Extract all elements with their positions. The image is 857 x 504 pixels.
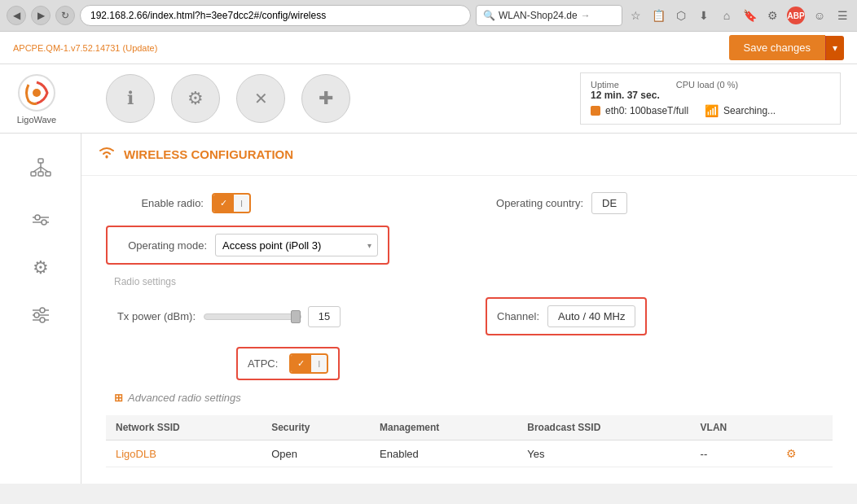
- adblock-icon[interactable]: ABP: [787, 7, 805, 24]
- svg-rect-5: [46, 172, 51, 176]
- status-top-row: Uptime 12 min. 37 sec. CPU load (0 %): [591, 80, 830, 101]
- operating-mode-select-wrapper: Access point (iPoll 3) ▾: [215, 234, 378, 256]
- row-settings-icon[interactable]: ⚙: [786, 447, 797, 460]
- reading-list-icon[interactable]: 📋: [650, 7, 666, 24]
- settings-icon[interactable]: ⚙: [764, 7, 780, 24]
- pocket-icon[interactable]: ⬡: [673, 7, 689, 24]
- svg-rect-3: [31, 172, 36, 176]
- atpc-toggle[interactable]: ✓ I: [289, 353, 328, 374]
- profile-icon[interactable]: ☺: [811, 7, 828, 24]
- search-arrow: →: [581, 10, 591, 21]
- forward-button[interactable]: ▶: [31, 6, 51, 25]
- slider-track: [204, 313, 301, 320]
- logo-area: LigoWave: [16, 72, 57, 125]
- atpc-indent: ATPC: ✓ I: [236, 347, 340, 380]
- ssid-link[interactable]: LigoDLB: [116, 448, 156, 460]
- uptime-value: 12 min. 37 sec.: [591, 90, 660, 101]
- svg-rect-4: [38, 172, 43, 176]
- main-layout: ⚙: [0, 134, 857, 484]
- update-link[interactable]: (Update): [123, 43, 158, 53]
- sidebar-item-settings[interactable]: ⚙: [12, 248, 69, 288]
- save-dropdown-button[interactable]: ▾: [825, 36, 844, 60]
- sliders-sidebar-icon: [29, 304, 52, 331]
- advanced-settings-row[interactable]: ⊞ Advanced radio settings: [106, 392, 833, 404]
- uptime-item: Uptime 12 min. 37 sec.: [591, 80, 660, 101]
- back-button[interactable]: ◀: [7, 6, 26, 25]
- table-row: LigoDLB Open Enabled Yes -- ⚙: [106, 440, 833, 467]
- eth-dot: [591, 106, 600, 116]
- tx-channel-row: Tx power (dBm): 15 Channel: Auto / 40 MH…: [106, 297, 833, 335]
- sidebar-item-advanced[interactable]: [12, 296, 69, 337]
- channel-value: Auto / 40 MHz: [547, 305, 635, 327]
- enable-radio-toggle[interactable]: ✓ I: [212, 193, 251, 213]
- url-bar[interactable]: [80, 5, 471, 26]
- menu-icon[interactable]: ☰: [834, 7, 850, 24]
- ligowave-logo: [16, 72, 57, 113]
- tools-icon: ✕: [254, 89, 268, 108]
- nav-icons: ℹ ⚙ ✕ ✚: [106, 74, 580, 123]
- slider-thumb[interactable]: [291, 310, 301, 323]
- col-security: Security: [261, 415, 370, 440]
- atpc-toggle-on[interactable]: ✓: [291, 355, 311, 372]
- svg-line-9: [41, 167, 48, 172]
- table-header: Network SSID Security Management Broadca…: [106, 415, 833, 440]
- bookmark-icon[interactable]: 🔖: [741, 7, 758, 24]
- save-button[interactable]: Save changes: [729, 35, 825, 60]
- search-icon: 🔍: [483, 10, 495, 21]
- svg-point-17: [40, 308, 45, 313]
- home-icon[interactable]: ⌂: [719, 7, 735, 24]
- svg-rect-2: [38, 159, 43, 163]
- table-header-row: Network SSID Security Management Broadca…: [106, 415, 833, 440]
- gear-nav-icon: ⚙: [187, 88, 204, 109]
- toggle-off-btn[interactable]: I: [234, 195, 249, 212]
- tx-power-value: 15: [308, 306, 341, 327]
- operating-mode-select[interactable]: Access point (iPoll 3): [215, 234, 378, 256]
- operating-country-value: DE: [591, 192, 627, 214]
- nav-add-button[interactable]: ✚: [301, 74, 350, 123]
- col-broadcast: Broadcast SSID: [517, 415, 690, 440]
- wifi-icon: 📶: [705, 104, 719, 117]
- nav-info-button[interactable]: ℹ: [106, 74, 155, 123]
- svg-point-12: [35, 215, 40, 220]
- operating-mode-outline: Operating mode: Access point (iPoll 3) ▾: [106, 226, 389, 265]
- sidebar-item-network[interactable]: [12, 150, 69, 191]
- ssid-table: Network SSID Security Management Broadca…: [106, 415, 833, 467]
- eth-label: eth0: 100baseT/full: [605, 105, 688, 116]
- section-title: WIRELESS CONFIGURATION: [124, 147, 293, 161]
- col-actions: [776, 415, 833, 440]
- sidebar: ⚙: [0, 134, 81, 484]
- tx-power-label: Tx power (dBm):: [106, 310, 196, 322]
- advanced-settings-label: Advanced radio settings: [128, 392, 241, 404]
- app-version: APCPE.QM-1.v7.52.14731 (Update): [13, 43, 157, 53]
- nav-settings-button[interactable]: ⚙: [171, 74, 220, 123]
- star-icon[interactable]: ☆: [627, 7, 644, 24]
- toggle-on-btn[interactable]: ✓: [213, 195, 234, 212]
- atpc-off-icon: I: [318, 359, 320, 369]
- expand-icon: ⊞: [114, 392, 123, 404]
- broadcast-cell: Yes: [517, 440, 690, 467]
- svg-point-18: [34, 313, 39, 318]
- wifi-item: 📶 Searching...: [705, 104, 776, 117]
- svg-point-13: [42, 220, 46, 225]
- uptime-label: Uptime: [591, 80, 660, 90]
- config-body: Enable radio: ✓ I Operating country: DE: [81, 176, 857, 484]
- operating-mode-row: Operating mode: Access point (iPoll 3) ▾: [106, 226, 833, 265]
- operating-country-label: Operating country:: [486, 197, 583, 209]
- atpc-row: ATPC: ✓ I: [106, 347, 833, 380]
- ssid-cell: LigoDLB: [106, 440, 261, 467]
- cpu-item: CPU load (0 %): [676, 80, 738, 101]
- search-bar[interactable]: 🔍 WLAN-Shop24.de →: [476, 5, 622, 26]
- channel-outline: Channel: Auto / 40 MHz: [486, 297, 647, 335]
- nav-tools-button[interactable]: ✕: [236, 74, 285, 123]
- atpc-toggle-off[interactable]: I: [311, 356, 327, 372]
- sidebar-item-equalizer[interactable]: [12, 199, 69, 239]
- search-text: WLAN-Shop24.de: [499, 10, 578, 21]
- refresh-button[interactable]: ↻: [55, 6, 75, 25]
- cpu-label: CPU load (0 %): [676, 80, 738, 90]
- table-body: LigoDLB Open Enabled Yes -- ⚙: [106, 440, 833, 467]
- atpc-section: ATPC: ✓ I: [236, 347, 340, 380]
- atpc-check-icon: ✓: [297, 358, 305, 369]
- col-management: Management: [370, 415, 517, 440]
- svg-point-20: [106, 156, 108, 159]
- download-icon[interactable]: ⬇: [696, 7, 712, 24]
